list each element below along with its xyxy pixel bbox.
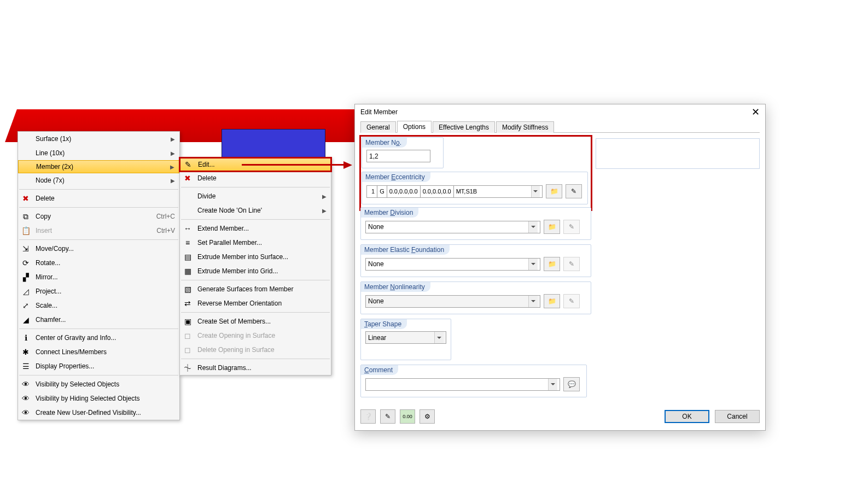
ctx-item-project[interactable]: ◿ Project... <box>18 284 179 298</box>
chevron-down-icon[interactable] <box>531 186 540 197</box>
ctx-item-line[interactable]: Line (10x) ▶ <box>18 146 179 160</box>
units-button[interactable]: 0.00 <box>400 409 415 424</box>
ctx-sub-generate-surfaces[interactable]: ▧ Generate Surfaces from Member <box>180 282 331 296</box>
new-item-button[interactable]: 📁 <box>544 257 560 271</box>
ctx-sub-create-node[interactable]: Create Node 'On Line' ▶ <box>180 203 331 218</box>
chevron-down-icon[interactable] <box>434 332 444 343</box>
group-nonlinearity: Member Nonlinearity None 📁 ✎ <box>360 281 591 314</box>
ctx-label: Delete <box>197 174 217 182</box>
ctx-sub-result-diagrams[interactable]: ⏆ Result Diagrams... <box>180 361 331 375</box>
ctx-sub-extend[interactable]: ↔ Extend Member... <box>180 221 331 236</box>
new-item-button[interactable]: 📁 <box>544 294 560 308</box>
ctx-sub-delete[interactable]: ✖ Delete <box>180 171 331 185</box>
shortcut: Ctrl+V <box>156 227 175 234</box>
cell: G <box>377 186 387 197</box>
edit-small-icon: ✎ <box>569 260 574 268</box>
legend-text: Member <box>364 283 390 291</box>
tab-modify-stiffness[interactable]: Modify Stiffness <box>496 121 554 133</box>
ctx-sub-create-set[interactable]: ▣ Create Set of Members... <box>180 314 331 329</box>
ctx-sub-set-parallel[interactable]: ≡ Set Parallel Member... <box>180 236 331 250</box>
ctx-label: Node (7x) <box>36 177 65 184</box>
pencil-icon: ✎ <box>385 413 391 420</box>
ctx-item-move-copy[interactable]: ⇲ Move/Copy... <box>18 242 179 256</box>
select-value: None <box>368 297 384 305</box>
ctx-item-rotate[interactable]: ⟳ Rotate... <box>18 256 179 270</box>
division-select[interactable]: None <box>365 221 540 233</box>
paste-icon: 📋 <box>20 225 31 236</box>
ctx-label: Display Properties... <box>36 362 94 370</box>
chevron-down-icon[interactable] <box>528 296 538 307</box>
generate-icon: ▧ <box>182 284 193 295</box>
ctx-item-display-props[interactable]: ☰ Display Properties... <box>18 359 179 373</box>
ctx-sub-reverse-orientation[interactable]: ⇄ Reverse Member Orientation <box>180 296 331 310</box>
ctx-item-surface[interactable]: Surface (1x) ▶ <box>18 132 179 146</box>
edit-tool-button[interactable]: ✎ <box>380 409 395 424</box>
extra-tool-button[interactable]: ⚙ <box>420 409 435 424</box>
edit-item-button[interactable]: ✎ <box>566 184 582 198</box>
legend-text: . <box>400 139 401 146</box>
parallel-icon: ≡ <box>182 237 193 248</box>
tab-options[interactable]: Options <box>397 121 432 133</box>
member-no-input[interactable]: 1,2 <box>366 150 430 162</box>
group-comment: Comment 💬 <box>360 365 587 397</box>
tab-effective-lengths[interactable]: Effective Lengths <box>433 121 495 133</box>
ctx-label: Center of Gravity and Info... <box>36 334 116 342</box>
ctx-item-mirror[interactable]: ▞ Mirror... <box>18 270 179 284</box>
group-legend: Member Eccentricity <box>362 172 430 182</box>
extend-icon: ↔ <box>182 223 193 234</box>
ctx-sub-divide[interactable]: Divide ▶ <box>180 189 331 203</box>
taper-select[interactable]: Linear <box>365 331 446 344</box>
context-menu-main: Surface (1x) ▶ Line (10x) ▶ Member (2x) … <box>18 131 180 420</box>
model-blue-member <box>222 129 325 162</box>
ctx-item-node[interactable]: Node (7x) ▶ <box>18 173 179 187</box>
visibility-hide-icon: 👁 <box>20 393 31 404</box>
ctx-sub-extrude-surface[interactable]: ▤ Extrude Member into Surface... <box>180 250 331 264</box>
ctx-label: Insert <box>36 227 52 234</box>
ctx-label: Extrude Member into Grid... <box>197 267 278 275</box>
ctx-item-vis-hide[interactable]: 👁 Visibility by Hiding Selected Objects <box>18 391 179 406</box>
ctx-item-chamfer[interactable]: ◢ Chamfer... <box>18 313 179 327</box>
ctx-sub-extrude-grid[interactable]: ▦ Extrude Member into Grid... <box>180 264 331 278</box>
ok-button[interactable]: OK <box>665 410 709 423</box>
comment-select[interactable] <box>365 378 560 391</box>
folder-new-icon: 📁 <box>548 260 556 268</box>
eccentricity-select[interactable]: 1 G 0.0,0.0,0.0 0.0,0.0,0.0 MT,S1B <box>366 185 543 198</box>
ctx-item-vis-selected[interactable]: 👁 Visibility by Selected Objects <box>18 377 179 391</box>
ctx-item-copy[interactable]: ⧉ Copy Ctrl+C <box>18 209 179 224</box>
foundation-select[interactable]: None <box>365 258 540 271</box>
move-icon: ⇲ <box>20 243 31 254</box>
set-icon: ▣ <box>182 316 193 327</box>
new-item-button[interactable]: 📁 <box>546 184 562 198</box>
ctx-item-vis-new[interactable]: 👁 Create New User-Defined Visibility... <box>18 406 179 420</box>
chevron-down-icon[interactable] <box>528 221 538 233</box>
cancel-button[interactable]: Cancel <box>715 410 760 423</box>
ctx-item-scale[interactable]: ⤢ Scale... <box>18 298 179 313</box>
visibility-icon: 👁 <box>20 379 31 390</box>
separator <box>19 329 178 329</box>
cell: MT,S1B <box>454 186 531 197</box>
group-legend: Member No. <box>362 138 407 148</box>
select-value: None <box>368 223 384 231</box>
mirror-icon: ▞ <box>20 272 31 283</box>
new-item-button[interactable]: 📁 <box>544 220 560 234</box>
separator <box>181 312 330 313</box>
ctx-label: Create Set of Members... <box>197 318 271 325</box>
ctx-item-member[interactable]: Member (2x) ▶ <box>18 160 179 173</box>
blank-icon <box>20 133 31 144</box>
ctx-item-connect[interactable]: ✱ Connect Lines/Members <box>18 345 179 359</box>
help-button[interactable]: ❔ <box>360 409 376 424</box>
chevron-down-icon[interactable] <box>528 259 538 270</box>
nonlinearity-select[interactable]: None <box>365 295 540 308</box>
comment-pick-button[interactable]: 💬 <box>563 377 580 391</box>
tab-general[interactable]: General <box>360 121 396 133</box>
ctx-label: Result Diagrams... <box>197 364 252 372</box>
ctx-item-insert: 📋 Insert Ctrl+V <box>18 224 179 238</box>
ctx-item-delete[interactable]: ✖ Delete <box>18 191 179 206</box>
close-icon[interactable]: ✕ <box>752 106 760 118</box>
chevron-right-icon: ▶ <box>322 193 327 200</box>
ctx-item-cg-info[interactable]: ℹ Center of Gravity and Info... <box>18 331 179 345</box>
opening-icon: ◻ <box>182 330 193 341</box>
separator <box>181 187 330 187</box>
group-division: Member Division None 📁 ✎ <box>360 207 591 240</box>
chevron-down-icon[interactable] <box>548 379 557 390</box>
